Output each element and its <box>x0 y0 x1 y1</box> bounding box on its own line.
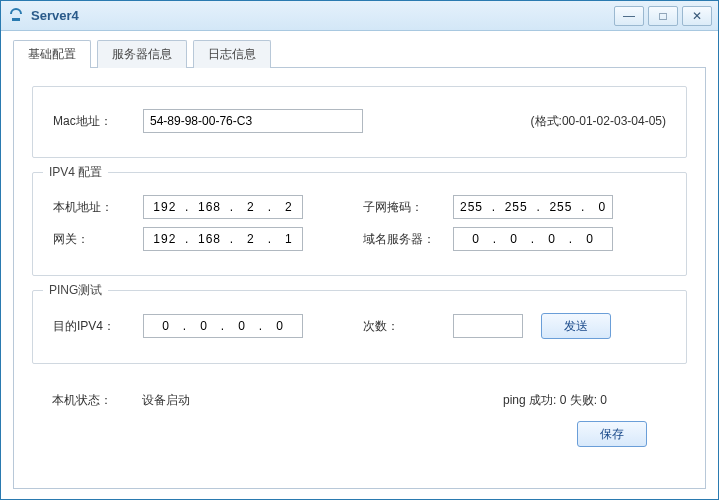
ping-count-input[interactable] <box>453 314 523 338</box>
content-area: 基础配置 服务器信息 日志信息 Mac地址： (格式:00-01-02-03-0… <box>1 31 718 499</box>
mac-section: Mac地址： (格式:00-01-02-03-04-05) <box>32 86 687 158</box>
titlebar: Server4 — □ ✕ <box>1 1 718 31</box>
maximize-button[interactable]: □ <box>648 6 678 26</box>
gateway-input[interactable] <box>143 227 303 251</box>
minimize-button[interactable]: — <box>614 6 644 26</box>
tab-server-info[interactable]: 服务器信息 <box>97 40 187 68</box>
ping-target-input[interactable] <box>143 314 303 338</box>
subnet-input[interactable] <box>453 195 613 219</box>
ping-section: PING测试 目的IPV4： 次数： 发送 <box>32 290 687 364</box>
ping-result: ping 成功: 0 失败: 0 <box>503 392 607 409</box>
ipv4-section: IPV4 配置 本机地址： 子网掩码： 网关： 域名服务器： <box>32 172 687 276</box>
app-icon <box>7 7 25 25</box>
ipv4-row-1: 本机地址： 子网掩码： <box>53 195 666 219</box>
close-button[interactable]: ✕ <box>682 6 712 26</box>
tab-bar: 基础配置 服务器信息 日志信息 <box>13 39 706 67</box>
ping-legend: PING测试 <box>43 282 108 299</box>
mac-row: Mac地址： (格式:00-01-02-03-04-05) <box>53 109 666 133</box>
ping-target-label: 目的IPV4： <box>53 318 143 335</box>
save-row: 保存 <box>32 413 687 447</box>
mac-label: Mac地址： <box>53 113 143 130</box>
dns-label: 域名服务器： <box>363 231 453 248</box>
ipv4-row-2: 网关： 域名服务器： <box>53 227 666 251</box>
machine-state-label: 本机状态： <box>52 392 142 409</box>
tab-log-info[interactable]: 日志信息 <box>193 40 271 68</box>
window-controls: — □ ✕ <box>610 6 712 26</box>
window-title: Server4 <box>31 8 610 23</box>
dns-input[interactable] <box>453 227 613 251</box>
ipv4-legend: IPV4 配置 <box>43 164 108 181</box>
local-addr-label: 本机地址： <box>53 199 143 216</box>
ping-row: 目的IPV4： 次数： 发送 <box>53 313 666 339</box>
save-button[interactable]: 保存 <box>577 421 647 447</box>
app-window: Server4 — □ ✕ 基础配置 服务器信息 日志信息 Mac地址： (格式… <box>0 0 719 500</box>
ping-count-label: 次数： <box>363 318 453 335</box>
send-button[interactable]: 发送 <box>541 313 611 339</box>
subnet-label: 子网掩码： <box>363 199 453 216</box>
gateway-label: 网关： <box>53 231 143 248</box>
status-row: 本机状态： 设备启动 ping 成功: 0 失败: 0 <box>32 388 687 413</box>
tab-basic-config[interactable]: 基础配置 <box>13 40 91 68</box>
mac-format-hint: (格式:00-01-02-03-04-05) <box>531 113 666 130</box>
basic-config-panel: Mac地址： (格式:00-01-02-03-04-05) IPV4 配置 本机… <box>13 67 706 489</box>
mac-input[interactable] <box>143 109 363 133</box>
local-addr-input[interactable] <box>143 195 303 219</box>
machine-state-value: 设备启动 <box>142 392 190 409</box>
